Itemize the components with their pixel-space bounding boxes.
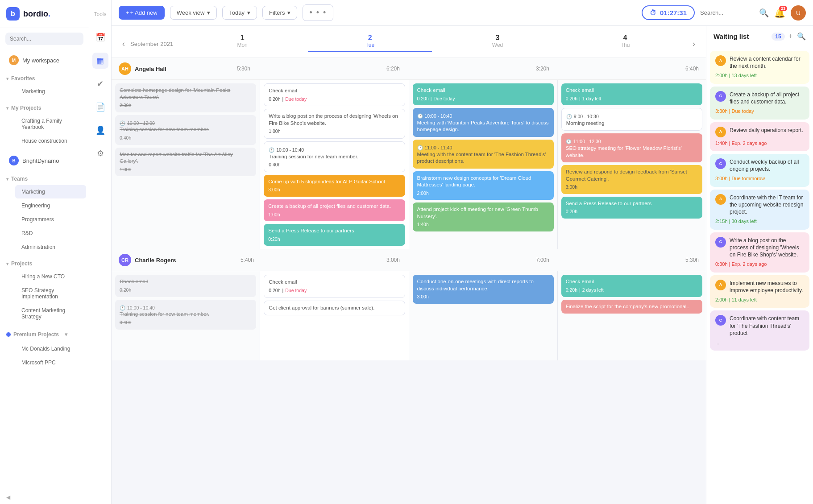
waiting-add-icon[interactable]: + [788,32,792,41]
waiting-item-2[interactable]: C Create a backup of all project files a… [710,87,809,120]
my-projects-label[interactable]: ▾ My Projects [0,102,89,114]
task-card[interactable]: Send a Press Release to our partners 0:2… [264,224,405,246]
task-card[interactable]: Complete homepage design for 'Mountain P… [115,83,256,112]
cal-day-wed[interactable]: 3 Wed [434,30,561,58]
sidebar-collapse-btn[interactable]: ◀ [0,491,89,504]
task-card[interactable]: 🕐10:00 - 10:40 Training session for new … [115,300,256,330]
nav-calendar-icon[interactable]: 📅 [92,29,108,45]
add-new-button[interactable]: + + Add new [119,6,165,20]
user-avatar[interactable]: U [791,5,806,21]
sidebar-item-mcdonalds[interactable]: Mc Donalds Landing [15,342,86,355]
sidebar-item-hiring-cto[interactable]: Hiring a New CTO [15,270,86,283]
task-card[interactable]: Conduct one-on-one meetings with direct … [413,275,554,304]
task-time-range: 10:00 - 10:40 [276,147,304,153]
task-card[interactable]: Finalize the script for the company's ne… [561,300,702,314]
waiting-item-6[interactable]: C Write a blog post on the process of de… [710,232,809,273]
task-card[interactable]: Check email 0:20h | 1 day left [561,83,702,105]
waiting-list-count: 15 [772,33,784,41]
waiting-search-icon[interactable]: 🔍 [797,32,806,41]
task-title: Come up with 5 slogan ideas for ALP Guit… [268,178,400,186]
week-view-button[interactable]: Week view ▾ [170,6,217,20]
waiting-item-4[interactable]: C Conduct weekly backup of all ongoing p… [710,154,809,187]
search-icon[interactable]: 🔍 [759,8,769,18]
nav-grid-icon[interactable]: ▦ [92,53,108,69]
sidebar-item-engineering[interactable]: Engineering [15,199,86,212]
task-time-meta: 0:40h [269,161,400,168]
search-input[interactable] [700,9,754,16]
today-button[interactable]: Today ▾ [222,6,257,20]
waiting-item-7[interactable]: A Implement new measures to improve empl… [710,275,809,308]
favorites-label[interactable]: ▾ Favorites [0,73,89,84]
favorites-section: ▾ Favorites Marketing [0,71,89,100]
sidebar-item-crafting-yearbook[interactable]: Crafting a Family Yearbook [15,114,86,134]
task-time: 1:00h [269,128,280,135]
task-card[interactable]: Brainstorm new design concepts for 'Drea… [413,171,554,200]
timer-button[interactable]: ⏱ 01:27:31 [642,5,695,20]
teams-label[interactable]: ▾ Teams [0,173,89,185]
nav-user-icon[interactable]: 👤 [92,122,108,138]
task-card[interactable]: Review and respond to design feedback fr… [561,165,702,194]
sidebar-item-marketing-team[interactable]: Marketing [15,185,86,198]
cal-day-thu[interactable]: 4 Thu [561,30,689,58]
task-card[interactable]: 🕐10:00 - 10:40 Training session for new … [264,141,405,172]
sidebar-item-randd[interactable]: R&D [15,227,86,240]
task-title: Training session for new team member. [120,311,252,318]
task-card[interactable]: Get client approval for banners (summer … [264,301,405,316]
task-card[interactable]: Monitor and report website traffic for '… [115,148,256,177]
task-card[interactable]: Check email 0:20h [115,275,256,297]
task-card[interactable]: 🕐11:00 - 11:40 Meeting with the content … [413,140,554,169]
calendar-header: ‹ September 2021 1 Mon 2 Tue 3 [112,26,706,58]
filters-button[interactable]: Filters ▾ [262,6,297,20]
sidebar-item-programmers[interactable]: Programmers [15,213,86,226]
sidebar-item-content-marketing[interactable]: Content Marketing Strategy [15,304,86,323]
sidebar-item-marketing-fav[interactable]: Marketing [15,85,86,98]
cal-day-mon[interactable]: 1 Mon [178,30,306,58]
task-card[interactable]: Check email 0:20h | Due today [413,83,554,105]
week-view-chevron: ▾ [207,9,210,16]
task-meta: 0:20h [120,287,252,293]
task-card[interactable]: Come up with 5 slogan ideas for ALP Guit… [264,175,405,197]
task-card[interactable]: 🕐11:00 - 12:30 SEO strategy meeting for … [561,133,702,162]
premium-label-row[interactable]: Premium Projects ▾ [0,327,89,342]
task-card[interactable]: Check email 0:20h | Due today [264,83,405,106]
sidebar-item-administration[interactable]: Administration [15,240,86,254]
cal-next-button[interactable]: › [689,37,699,50]
task-card[interactable]: Check email 0:20h | Due today [264,275,405,297]
waiting-item-8[interactable]: C Coordinate with content team for 'The … [710,310,809,351]
task-card[interactable]: Check email 0:20h | 2 days left [561,275,702,297]
waiting-item-1[interactable]: A Review a content calendar for the next… [710,51,809,84]
task-card[interactable]: 🕐10:00 - 10:40 Meeting with 'Mountain Pe… [413,108,554,137]
waiting-item-3[interactable]: A Review daily operations report. 1:40h … [710,122,809,151]
angela-time-wed: 3:20h [536,66,549,72]
task-card[interactable]: Create a backup of all project files and… [264,199,405,221]
sidebar-item-bright-dynamo[interactable]: B BrightDynamo [3,152,86,169]
task-card[interactable]: 🕐10:00 - 12:00 Training session for new … [115,115,256,145]
projects-label[interactable]: ▾ Projects [0,258,89,269]
task-card[interactable]: Write a blog post on the process of desi… [264,109,405,139]
task-card[interactable]: Send a Press Release to our partners 0:2… [561,197,702,219]
cal-prev-button[interactable]: ‹ [119,37,129,50]
task-meta: 🕐11:00 - 11:40 [417,145,549,151]
sidebar-item-my-workspace[interactable]: M My workspace [3,52,86,69]
w-text-8: Coordinate with content team for 'The Fa… [730,315,804,337]
task-time: 0:20h [566,208,577,215]
my-workspace-section: M My workspace [0,50,89,71]
nav-settings-icon[interactable]: ⚙ [92,145,108,161]
w-avatar-1: A [715,55,726,66]
nav-file-icon[interactable]: 📄 [92,99,108,115]
nav-check-icon[interactable]: ✔ [92,76,108,92]
sidebar-item-microsoft-ppc[interactable]: Microsoft PPC [15,356,86,369]
task-meta: 🕐11:00 - 12:30 [566,138,698,145]
sidebar-item-seo-strategy[interactable]: SEO Strategy Implementation [15,284,86,303]
premium-expand-toggle[interactable]: ▾ [62,330,71,339]
sidebar-search-input[interactable] [5,33,83,45]
task-card[interactable]: 🕐9:00 - 10:30 Morning meeting [561,108,702,131]
task-card[interactable]: Attend project kick-off meeting for new … [413,202,554,231]
task-time: 1:00h [268,211,280,218]
notifications-button[interactable]: 🔔23 [774,8,785,18]
waiting-item-5[interactable]: A Coordinate with the IT team for the up… [710,190,809,230]
cal-day-tue[interactable]: 2 Tue [306,30,434,58]
sidebar-item-house-construction[interactable]: House construction [15,134,86,148]
w-card-header: C Create a backup of all project files a… [715,91,804,105]
more-options-button[interactable]: • • • [303,4,333,21]
